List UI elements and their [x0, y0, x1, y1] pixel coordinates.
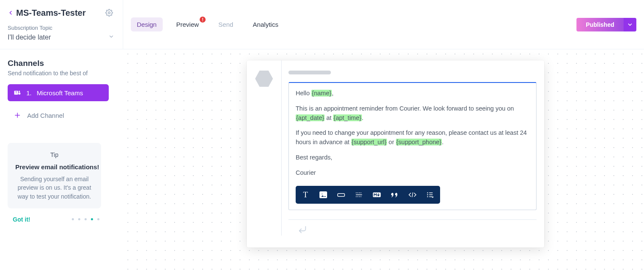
toolbar-image-button[interactable] [317, 188, 330, 201]
text: Hello [296, 90, 311, 97]
text: or [387, 139, 396, 145]
svg-point-3 [19, 91, 20, 92]
markdown-icon [372, 190, 381, 199]
tip-tag: Tip [15, 151, 93, 158]
tip-pager-dot[interactable] [91, 218, 93, 220]
plus-icon [14, 111, 21, 119]
editor-line: Hello {name}, [296, 89, 529, 98]
tip-body: Sending yourself an email preview is on … [15, 175, 93, 201]
top-bar-right: Design Preview ! Send Analytics Publishe… [123, 0, 644, 49]
preview-footer [288, 219, 537, 236]
tip-footer: Got it! [8, 216, 101, 223]
editor-line: This is an appointment reminder from Cou… [296, 104, 529, 123]
svg-rect-10 [338, 194, 345, 196]
template-variable[interactable]: {support_phone} [396, 139, 442, 145]
code-icon [408, 190, 417, 199]
sidebar-heading: Channels [8, 59, 116, 68]
toolbar-quote-button[interactable] [388, 188, 401, 201]
tab-analytics[interactable]: Analytics [247, 17, 284, 31]
tip-title: Preview email notifications! [15, 163, 93, 171]
tabs: Design Preview ! Send Analytics [131, 17, 284, 31]
page-title[interactable]: MS-Teams-Tester [16, 8, 86, 18]
preview-main: Hello {name}, This is an appointment rem… [282, 60, 544, 236]
gear-icon [105, 9, 113, 17]
chevron-down-icon [627, 22, 633, 28]
svg-rect-4 [18, 92, 20, 94]
svg-point-17 [427, 194, 428, 195]
add-channel-label: Add Channel [27, 112, 64, 119]
text: . [442, 139, 443, 145]
image-icon [319, 190, 328, 199]
svg-line-15 [412, 193, 413, 197]
tab-send[interactable]: Send [212, 17, 239, 31]
channel-name: Microsoft Teams [37, 89, 83, 97]
design-canvas[interactable]: Hello {name}, This is an appointment rem… [123, 49, 644, 276]
tip-pager [72, 218, 101, 220]
preview-gutter [247, 60, 282, 236]
divider-icon [354, 190, 364, 199]
text: , [332, 90, 333, 97]
editor-line: If you need to change your appointment f… [296, 128, 529, 147]
button-icon [336, 190, 346, 199]
toolbar-divider-button[interactable] [353, 188, 365, 201]
quote-icon [390, 190, 399, 199]
text: This is an appointment reminder from Cou… [296, 105, 514, 112]
back-icon[interactable] [8, 10, 14, 16]
list-icon [426, 190, 435, 199]
editor-line: Best regards, [296, 153, 529, 162]
teams-preview-card: Hello {name}, This is an appointment rem… [247, 60, 544, 248]
channel-index: 1. [26, 89, 32, 97]
tab-design[interactable]: Design [131, 17, 163, 31]
editor-toolbar: T [296, 186, 440, 204]
tip-pager-dot[interactable] [85, 218, 87, 220]
tab-preview-label: Preview [176, 21, 199, 28]
subscription-topic-value: I'll decide later [8, 34, 51, 41]
add-channel-button[interactable]: Add Channel [8, 108, 116, 122]
editor-line: Courier [296, 168, 529, 178]
template-variable[interactable]: {apt_date} [296, 114, 325, 121]
main: Channels Send notification to the best o… [0, 49, 644, 276]
svg-point-0 [108, 12, 110, 14]
settings-button[interactable] [103, 7, 115, 19]
tab-preview[interactable]: Preview ! [170, 17, 205, 31]
toolbar-code-button[interactable] [406, 188, 419, 201]
text: at [325, 114, 333, 121]
avatar-placeholder-icon [255, 70, 273, 88]
top-bar: MS-Teams-Tester Subscription Topic I'll … [0, 0, 644, 49]
message-editor[interactable]: Hello {name}, This is an appointment rem… [288, 82, 537, 210]
toolbar-list-button[interactable] [424, 188, 437, 201]
publish-menu-button[interactable] [624, 18, 636, 31]
sidebar: Channels Send notification to the best o… [0, 49, 123, 276]
tip-dismiss-button[interactable]: Got it! [8, 216, 30, 223]
tip-pager-dot[interactable] [97, 218, 99, 220]
channel-item-ms-teams[interactable]: T 1. Microsoft Teams [8, 84, 109, 101]
subscription-topic-select[interactable]: I'll decide later [8, 34, 115, 41]
subscription-label: Subscription Topic [8, 25, 115, 31]
tip-card: Tip Preview email notifications! Sending… [8, 143, 101, 208]
top-bar-left: MS-Teams-Tester Subscription Topic I'll … [0, 0, 123, 49]
publish-status-button[interactable]: Published [576, 18, 624, 31]
tip-pager-dot[interactable] [78, 218, 80, 220]
template-variable[interactable]: {name} [311, 90, 332, 97]
toolbar-markdown-button[interactable] [370, 188, 383, 201]
svg-point-18 [427, 196, 428, 197]
tip-pager-dot[interactable] [72, 218, 74, 220]
toolbar-text-button[interactable]: T [299, 188, 312, 201]
text: . [362, 114, 364, 121]
publish-group: Published [576, 18, 636, 31]
toolbar-button-button[interactable] [335, 188, 347, 201]
svg-point-16 [427, 192, 428, 193]
template-variable[interactable]: {apt_time} [333, 114, 362, 121]
sidebar-subheading: Send notification to the best of [8, 70, 116, 77]
template-variable[interactable]: {support_url} [351, 139, 387, 145]
ms-teams-icon: T [14, 89, 21, 97]
reply-icon[interactable] [298, 225, 307, 234]
chevron-down-icon [108, 34, 114, 41]
svg-text:T: T [303, 191, 308, 199]
alert-badge-icon: ! [200, 17, 206, 23]
sender-placeholder [288, 71, 331, 74]
